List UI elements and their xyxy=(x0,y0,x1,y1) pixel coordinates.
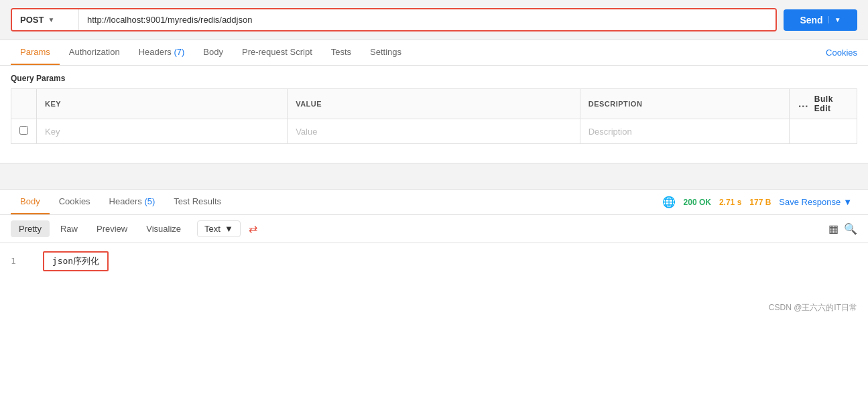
status-size: 177 B xyxy=(749,198,771,207)
table-row: Key Value Description xyxy=(11,119,857,144)
cookies-link[interactable]: Cookies xyxy=(826,48,857,58)
divider xyxy=(0,163,868,190)
format-raw-button[interactable]: Raw xyxy=(52,220,86,237)
url-container: POST ▼ xyxy=(11,8,777,31)
top-bar: POST ▼ Send ▼ xyxy=(0,0,868,40)
copy-icon[interactable]: ▦ xyxy=(828,222,839,235)
globe-icon: 🌐 xyxy=(662,196,676,208)
response-tabs-bar: Body Cookies Headers (5) Test Results 🌐 … xyxy=(0,190,868,215)
line-number: 1 xyxy=(11,256,27,266)
row-action-cell xyxy=(790,119,857,144)
format-bar: Pretty Raw Preview Visualize Text ▼ ⇄ ▦ … xyxy=(0,215,868,243)
wrap-icon[interactable]: ⇄ xyxy=(249,222,257,235)
tab-tests[interactable]: Tests xyxy=(322,40,361,65)
response-tab-test-results[interactable]: Test Results xyxy=(164,190,231,214)
desc-col-header: DESCRIPTION xyxy=(580,89,790,119)
query-params-section: Query Params KEY VALUE DESCRIPTION … Bul… xyxy=(0,66,868,149)
more-icon[interactable]: … xyxy=(798,98,809,110)
text-dropdown-chevron-icon: ▼ xyxy=(225,224,233,234)
desc-cell[interactable]: Description xyxy=(580,119,790,144)
response-body: 1 json序列化 xyxy=(0,243,868,297)
query-params-label: Query Params xyxy=(11,74,857,83)
tab-authorization[interactable]: Authorization xyxy=(60,40,129,65)
tab-params[interactable]: Params xyxy=(11,40,60,65)
key-cell[interactable]: Key xyxy=(37,119,288,144)
status-ok: 200 OK xyxy=(684,198,711,207)
response-headers-badge: (5) xyxy=(144,196,155,206)
url-input[interactable] xyxy=(79,9,776,30)
response-content-box: json序列化 xyxy=(43,251,109,271)
send-chevron-icon: ▼ xyxy=(828,16,841,23)
method-selector[interactable]: POST ▼ xyxy=(12,9,79,30)
tab-settings[interactable]: Settings xyxy=(361,40,411,65)
method-text: POST xyxy=(20,15,44,25)
value-cell[interactable]: Value xyxy=(288,119,580,144)
tab-pre-request-script[interactable]: Pre-request Script xyxy=(233,40,322,65)
request-tabs-bar: Params Authorization Headers (7) Body Pr… xyxy=(0,40,868,66)
action-col-header: … Bulk Edit xyxy=(790,89,857,119)
tab-body[interactable]: Body xyxy=(194,40,233,65)
value-col-header: VALUE xyxy=(288,89,580,119)
params-table: KEY VALUE DESCRIPTION … Bulk Edit Key xyxy=(11,88,857,144)
search-icon[interactable]: 🔍 xyxy=(844,222,857,235)
footer: CSDN @王六六的IT日常 xyxy=(0,297,868,319)
save-response-button[interactable]: Save Response ▼ xyxy=(779,197,852,207)
response-section: Body Cookies Headers (5) Test Results 🌐 … xyxy=(0,190,868,297)
response-tab-cookies[interactable]: Cookies xyxy=(50,190,100,214)
checkbox-input[interactable] xyxy=(19,126,28,135)
row-checkbox[interactable] xyxy=(11,119,37,144)
footer-text: CSDN @王六六的IT日常 xyxy=(769,303,857,312)
response-tab-body[interactable]: Body xyxy=(11,190,50,214)
status-time: 2.71 s xyxy=(719,198,741,207)
key-col-header: KEY xyxy=(37,89,288,119)
response-status-bar: 🌐 200 OK 2.71 s 177 B Save Response ▼ xyxy=(662,196,857,208)
method-chevron-icon: ▼ xyxy=(48,16,54,23)
response-text: json序列化 xyxy=(52,256,99,266)
send-button[interactable]: Send ▼ xyxy=(784,9,857,31)
format-preview-button[interactable]: Preview xyxy=(88,220,135,237)
tab-headers[interactable]: Headers (7) xyxy=(129,40,194,65)
format-pretty-button[interactable]: Pretty xyxy=(11,220,50,237)
save-response-chevron-icon: ▼ xyxy=(843,197,852,207)
response-tab-headers[interactable]: Headers (5) xyxy=(100,190,165,214)
text-type-label: Text xyxy=(204,224,221,234)
text-type-dropdown[interactable]: Text ▼ xyxy=(197,220,241,237)
headers-badge: (7) xyxy=(174,47,184,57)
checkbox-col-header xyxy=(11,89,37,119)
format-visualize-button[interactable]: Visualize xyxy=(138,220,189,237)
bulk-edit-label[interactable]: Bulk Edit xyxy=(814,94,849,113)
send-label: Send xyxy=(800,15,822,25)
